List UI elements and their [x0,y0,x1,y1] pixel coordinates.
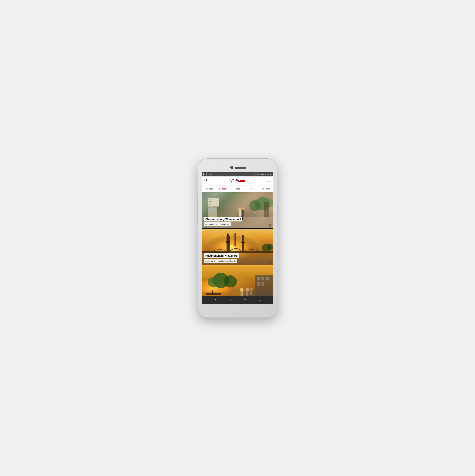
svg-rect-32 [226,236,230,252]
svg-rect-15 [242,210,244,216]
svg-rect-52 [261,282,264,286]
card-title-friedrichshain: Friedrichshain-Kreuzberg [205,254,238,257]
svg-point-44 [208,277,219,287]
tab-my-profile[interactable]: My Profile [259,186,273,192]
card-image-third [202,265,273,296]
alarm-icon: ⊕ [210,173,211,175]
svg-rect-58 [250,290,252,295]
svg-point-57 [250,288,253,290]
signal-icon: ▌▌▌ [204,173,207,175]
card-overlay-charlottenburg: Charlottenburg-Wilmersdorf For flaneurs … [202,215,273,228]
logo-visit-text: Visit [230,179,238,183]
svg-rect-56 [246,291,248,296]
svg-point-25 [260,212,261,214]
card-title-wrapper-charlottenburg: Charlottenburg-Wilmersdorf [204,217,242,221]
logo-berlin-badge: Berlin [238,180,245,182]
svg-line-1 [206,181,207,182]
phone-device: ▌▌▌ ⊡ ⊕ ◫ ⊙ ⊙ ⊡ 66% ⚡ 10:01 [198,159,277,318]
card-subtitle-wrapper-charlottenburg: For flaneurs and shopaholics [204,222,231,226]
back-button[interactable]: ◁ [227,297,233,303]
borough-card-third[interactable] [202,265,273,296]
svg-rect-51 [257,282,260,286]
borough-card-friedrichshain[interactable]: Friedrichshain-Kreuzberg nocturnal with … [202,229,273,265]
front-camera [230,166,233,169]
card-subtitle-wrapper-friedrichshain: nocturnal with an alternative lifestyle [204,259,237,263]
svg-rect-48 [257,277,260,280]
svg-text:LIMITED...: LIMITED... [209,201,212,202]
home-circle-icon: ○ [244,298,246,302]
svg-rect-49 [261,277,264,280]
app-content: Visit Berlin Interests Boroughs [202,176,273,296]
earpiece-speaker [235,167,246,169]
card-overlay-friedrichshain: Friedrichshain-Kreuzberg nocturnal with … [202,252,273,265]
svg-rect-8 [209,208,212,213]
svg-rect-50 [266,277,269,280]
copyright-icon-charlottenburg: © [269,224,271,227]
phone-screen: ▌▌▌ ⊡ ⊕ ◫ ⊙ ⊙ ⊡ 66% ⚡ 10:01 [202,172,273,304]
recents-button[interactable]: □ [257,297,263,303]
nav-tabs: Interests Boroughs Tours Map My Profile [202,186,273,192]
tab-map[interactable]: Map [245,186,259,192]
svg-point-4 [249,200,261,211]
borough-list: ART IS LIMITED... ART IS PHOTO... [202,192,273,296]
screen-icon: ◫ [212,173,214,175]
svg-text:ART IS: ART IS [209,203,211,204]
card-title-charlottenburg: Charlottenburg-Wilmersdorf [205,218,241,221]
svg-point-14 [242,207,244,210]
svg-point-53 [240,288,244,292]
borough-card-charlottenburg[interactable]: ART IS LIMITED... ART IS PHOTO... [202,192,273,228]
svg-point-55 [246,288,249,291]
volume-up-button[interactable] [197,201,198,212]
top-bar: Visit Berlin [202,176,273,186]
svg-rect-46 [212,290,213,294]
svg-text:PHOTO...: PHOTO... [209,204,212,205]
volume-silent-button[interactable] [197,192,198,198]
back-arrow-icon: ◁ [229,298,231,302]
status-bar: ▌▌▌ ⊡ ⊕ ◫ ⊙ ⊙ ⊡ 66% ⚡ 10:01 [202,172,273,176]
power-button[interactable] [277,204,278,219]
alarm-clock-icon: ⊙ [255,173,256,175]
chevron-down-button[interactable]: ∨ [212,297,218,303]
svg-rect-34 [226,241,230,243]
tab-interests[interactable]: Interests [202,186,216,192]
svg-rect-54 [240,292,243,296]
chevron-down-icon: ∨ [214,298,216,302]
android-bottom-nav: ∨ ◁ ○ □ [202,296,273,304]
home-button[interactable]: ○ [242,297,248,303]
svg-rect-37 [241,242,245,243]
tab-boroughs[interactable]: Boroughs [216,186,230,192]
svg-rect-35 [242,237,244,252]
volume-down-button[interactable] [197,214,198,224]
app-logo: Visit Berlin [230,179,245,183]
card-subtitle-friedrichshain: nocturnal with an alternative lifestyle [205,260,236,262]
svg-point-23 [254,211,256,213]
svg-rect-9 [213,208,216,213]
card-title-wrapper-friedrichshain: Friedrichshain-Kreuzberg [204,254,239,258]
wifi-icon: ⊡ [208,173,209,175]
status-right: ⊙ ⊙ ⊡ 66% ⚡ 10:01 [255,173,271,175]
tab-tours[interactable]: Tours [230,186,244,192]
battery-icon: ⊙ ⊡ 66% ⚡ 10:01 [257,173,271,175]
svg-text:ART IS: ART IS [209,199,212,201]
search-button[interactable] [204,179,208,183]
recents-square-icon: □ [259,298,261,302]
card-subtitle-charlottenburg: For flaneurs and shopaholics [205,223,230,226]
svg-point-10 [238,208,241,211]
hamburger-menu-button[interactable] [267,180,271,182]
phone-body: ▌▌▌ ⊡ ⊕ ◫ ⊙ ⊙ ⊡ 66% ⚡ 10:01 [198,159,277,318]
svg-point-43 [224,275,237,288]
status-left: ▌▌▌ ⊡ ⊕ ◫ [204,173,214,175]
copyright-icon-friedrichshain: © [269,260,271,263]
